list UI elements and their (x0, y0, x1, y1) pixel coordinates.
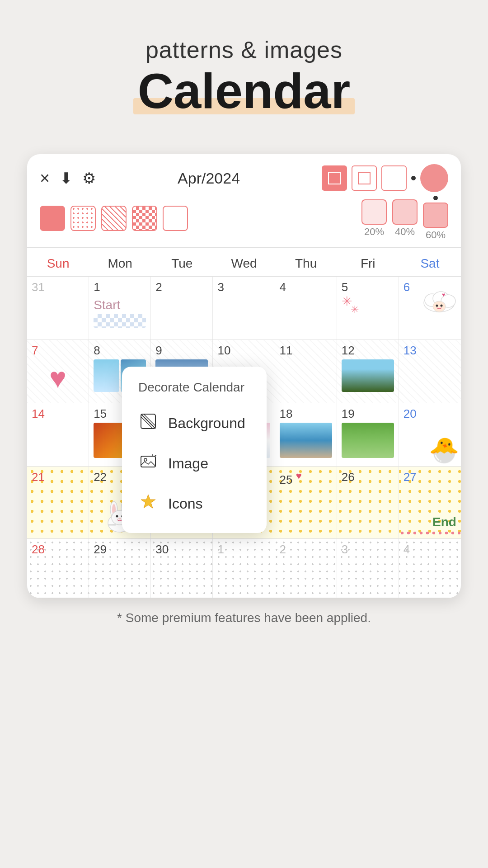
cell-19[interactable]: 19 (337, 403, 399, 466)
header-title: Calendar (138, 63, 351, 118)
cell-12[interactable]: 12 (337, 340, 399, 403)
header-area: patterns & images Calendar (0, 0, 488, 136)
view-btn-3[interactable] (381, 165, 407, 191)
cell-11[interactable]: 11 (275, 340, 337, 403)
svg-point-5 (436, 305, 438, 307)
close-icon[interactable]: × (40, 169, 50, 188)
background-icon (138, 413, 158, 434)
pattern-outline[interactable] (163, 206, 188, 231)
svg-rect-24 (141, 456, 155, 467)
footer-note: * Some premium features have been applie… (0, 598, 488, 638)
cell-31[interactable]: 31 (27, 277, 89, 340)
svg-text:♥: ♥ (442, 292, 445, 298)
svg-point-4 (433, 301, 446, 312)
image-label: Image (168, 455, 208, 472)
svg-point-14 (116, 515, 118, 518)
header-subtitle: patterns & images (18, 36, 470, 63)
cell-may4[interactable]: 4 (399, 539, 461, 598)
cell-25[interactable]: 25 ♥ (275, 467, 337, 538)
cell-26[interactable]: 26 (337, 467, 399, 538)
cell-1[interactable]: 1 Start (89, 277, 151, 340)
svg-point-25 (144, 458, 147, 461)
toolbar-icons-left: × ⬇ ⚙ (40, 169, 96, 188)
view-btn-1[interactable] (322, 165, 347, 191)
week-5: 28 29 30 1 2 3 4 (27, 539, 461, 598)
svg-point-6 (440, 305, 442, 307)
icons-icon (138, 494, 158, 514)
opacity-20[interactable]: 20% (361, 199, 387, 238)
color-picker-circle[interactable] (420, 164, 448, 192)
svg-line-21 (141, 414, 155, 429)
dropdown-background[interactable]: Background (122, 403, 267, 443)
day-tue: Tue (151, 256, 213, 271)
svg-line-23 (144, 414, 155, 426)
cell-2[interactable]: 2 (151, 277, 213, 340)
dropdown-title: Decorate Calendar (122, 376, 267, 403)
day-fri: Fri (337, 256, 399, 271)
cell-20[interactable]: 20 🐣 (399, 403, 461, 466)
cell-18[interactable]: 18 (275, 403, 337, 466)
patterns-opacity-row: 20% 40% 60% (27, 196, 461, 247)
cell-7[interactable]: 7 ♥ (27, 340, 89, 403)
image-icon (138, 453, 158, 474)
dropdown-image[interactable]: Image (122, 443, 267, 484)
cell-27[interactable]: 27 End (399, 467, 461, 538)
cell-4[interactable]: 4 (275, 277, 337, 340)
download-icon[interactable]: ⬇ (60, 169, 72, 187)
view-btn-2[interactable] (352, 165, 377, 191)
cell-6[interactable]: 6 (399, 277, 461, 340)
calendar-header: Sun Mon Tue Wed Thu Fri Sat (27, 248, 461, 276)
day-wed: Wed (213, 256, 275, 271)
view-buttons (322, 164, 448, 192)
day-sun: Sun (27, 256, 89, 271)
svg-line-22 (141, 417, 153, 429)
svg-marker-26 (141, 495, 155, 508)
pattern-dots[interactable] (70, 206, 96, 231)
chick-sticker: 🐣 (429, 436, 459, 464)
pattern-solid[interactable] (40, 206, 65, 231)
cell-may3[interactable]: 3 (337, 539, 399, 598)
cell-30[interactable]: 30 (151, 539, 213, 598)
cell-3[interactable]: 3 (213, 277, 275, 340)
cell-may1[interactable]: 1 (213, 539, 275, 598)
toolbar-row: × ⬇ ⚙ Apr/2024 (27, 154, 461, 196)
cell-28[interactable]: 28 (27, 539, 89, 598)
cell-29[interactable]: 29 (89, 539, 151, 598)
week-1: 31 1 Start 2 3 4 (27, 277, 461, 340)
cell-21[interactable]: 21 (27, 467, 89, 538)
sheep-sticker: ♥ (418, 284, 460, 318)
pattern-check[interactable] (132, 206, 157, 231)
icons-label: Icons (168, 495, 202, 512)
pattern-diagonal[interactable] (101, 206, 127, 231)
cell-may2[interactable]: 2 (275, 539, 337, 598)
settings-icon[interactable]: ⚙ (82, 169, 96, 187)
dropdown-menu: Decorate Calendar Background (122, 367, 267, 533)
day-sat: Sat (399, 256, 461, 271)
opacity-indicator (411, 176, 416, 180)
month-label: Apr/2024 (96, 170, 322, 187)
day-mon: Mon (89, 256, 151, 271)
header-title-wrapper: Calendar (138, 63, 351, 118)
svg-point-16 (118, 518, 121, 519)
day-thu: Thu (275, 256, 337, 271)
opacity-40[interactable]: 40% (392, 199, 418, 238)
calendar-card: × ⬇ ⚙ Apr/2024 (27, 154, 461, 598)
opacity-60[interactable]: 60% (423, 196, 448, 241)
dropdown-icons[interactable]: Icons (122, 484, 267, 524)
cell-13[interactable]: 13 (399, 340, 461, 403)
cell-5[interactable]: 5 ✳ ✳ (337, 277, 399, 340)
background-label: Background (168, 415, 245, 432)
cell-14[interactable]: 14 (27, 403, 89, 466)
